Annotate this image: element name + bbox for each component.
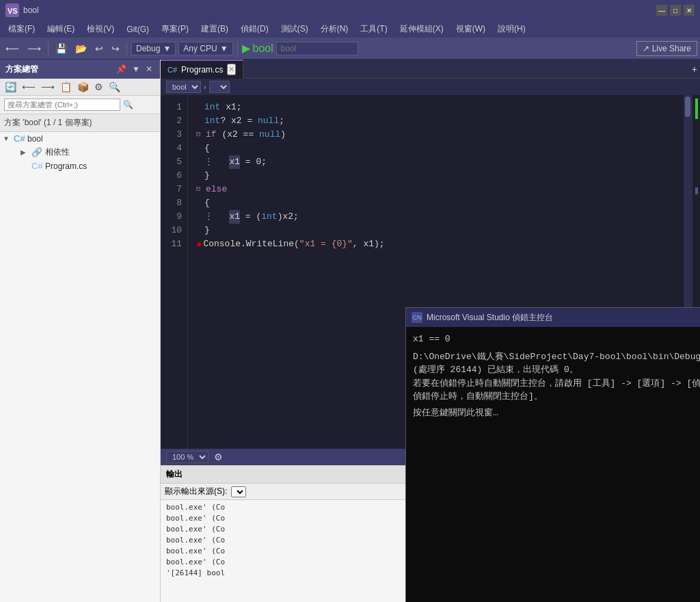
sidebar-header-buttons: 📌 ▼ ✕ (114, 64, 154, 75)
svg-text:VS: VS (8, 7, 18, 15)
tree-label-dependencies: 相依性 (45, 146, 70, 158)
menu-window[interactable]: 視窗(W) (450, 22, 491, 36)
code-line-4: { (196, 142, 675, 155)
line-num-8: 8 (169, 196, 182, 210)
menu-debug[interactable]: 偵錯(D) (235, 22, 274, 36)
breadcrumb-member-select[interactable] (209, 81, 230, 93)
kw-if-3: if (206, 128, 217, 142)
sidebar-back[interactable]: ⟵ (20, 81, 38, 93)
kw-else-7: else (206, 183, 227, 196)
kw-null-2: null (258, 114, 279, 128)
kw-int-9: int (261, 210, 277, 224)
line-num-7: 7 (169, 183, 182, 196)
dependencies-icon: 🔗 (31, 147, 44, 157)
menu-file[interactable]: 檔案(F) (3, 22, 40, 36)
sidebar-pin[interactable]: 📌 (114, 64, 129, 75)
zoom-settings-button[interactable]: ⚙ (211, 450, 226, 464)
window-controls[interactable]: — □ ✕ (656, 5, 695, 16)
line-numbers: 1 2 3 4 5 6 7 8 9 10 11 (161, 95, 188, 449)
tab-close-button[interactable]: ✕ (227, 64, 236, 75)
chevron-right-icon: ▶ (21, 148, 31, 156)
toolbar: ⟵ ⟶ 💾 📂 ↩ ↪ Debug ▼ Any CPU ▼ ▶ bool ↗ L… (0, 38, 700, 60)
tree-item-bool[interactable]: ▼ C# bool (0, 132, 160, 145)
menu-test[interactable]: 測試(S) (275, 22, 314, 36)
highlight-x1-9: x1 (229, 210, 240, 224)
scrollbar-thumb[interactable] (685, 96, 690, 117)
sidebar: 方案總管 📌 ▼ ✕ 🔄 ⟵ ⟶ 📋 📦 ⚙ 🔍 🔍 方案 'bool' (1 … (0, 60, 161, 602)
breadcrumb-separator: › (204, 83, 206, 91)
sidebar-menu[interactable]: ▼ (130, 64, 142, 75)
menu-build[interactable]: 建置(B) (196, 22, 234, 36)
menu-view[interactable]: 檢視(V) (81, 22, 120, 36)
title-bar-left: VS bool (5, 3, 39, 17)
title-bar: VS bool — □ ✕ (0, 0, 700, 21)
code-line-1: int x1; (196, 101, 675, 114)
collapse-icon-3[interactable]: ⊟ (196, 128, 204, 142)
console-content[interactable]: x1 == 0 D:\OneDrive\鐵人賽\SideProject\Day7… (406, 327, 700, 602)
sidebar-title: 方案總管 (5, 64, 38, 75)
tree-label-program-cs: Program.cs (45, 161, 87, 171)
menu-git[interactable]: Git(G) (121, 23, 154, 36)
console-title-text: Microsoft Visual Studio 偵錯主控台 (427, 312, 700, 324)
debug-mode-dropdown[interactable]: Debug ▼ (131, 42, 176, 55)
live-share-label: Live Share (652, 44, 691, 53)
toolbar-search[interactable] (276, 42, 358, 55)
sidebar-header: 方案總管 📌 ▼ ✕ (0, 60, 160, 79)
new-tab-button[interactable]: + (689, 62, 700, 76)
kw-int-2: int (204, 114, 220, 128)
minimize-button[interactable]: — (656, 5, 667, 16)
console-window: CN Microsoft Visual Studio 偵錯主控台 — □ ✕ x… (405, 307, 700, 602)
zoom-select[interactable]: 100 % (166, 451, 208, 463)
sidebar-refresh[interactable]: 🔄 (3, 81, 18, 93)
toolbar-back[interactable]: ⟵ (3, 42, 22, 55)
sidebar-search-input[interactable] (4, 99, 120, 111)
code-line-2: int? x2 = null; (196, 114, 675, 128)
project-icon: C# (14, 133, 26, 144)
separator-2 (126, 42, 127, 55)
line-num-4: 4 (169, 142, 182, 155)
tab-program-cs[interactable]: C# Program.cs ✕ (161, 60, 243, 79)
collapse-icon-7[interactable]: ⊟ (196, 183, 204, 196)
line-num-6: 6 (169, 169, 182, 183)
sidebar-close[interactable]: ✕ (144, 64, 154, 75)
app-title: bool (23, 5, 39, 15)
kw-string-11: "x1 = {0}" (299, 237, 353, 251)
sidebar-collapse[interactable]: 📦 (75, 81, 91, 93)
toolbar-open[interactable]: 📂 (72, 42, 90, 55)
csharp-file-icon: C# (31, 161, 44, 171)
line-num-1: 1 (169, 101, 182, 114)
tree-label-bool: bool (27, 134, 43, 144)
menu-tools[interactable]: 工具(T) (355, 22, 392, 36)
toolbar-save[interactable]: 💾 (53, 42, 70, 55)
menu-help[interactable]: 說明(H) (492, 22, 531, 36)
sidebar-show-all[interactable]: 📋 (58, 81, 74, 93)
breakpoint-icon: ● (196, 237, 202, 251)
menu-analyze[interactable]: 分析(N) (315, 22, 354, 36)
menu-extensions[interactable]: 延伸模組(X) (394, 22, 449, 36)
breadcrumb-type-select[interactable]: bool (166, 81, 201, 93)
highlight-x1-5: x1 (229, 155, 240, 169)
blue-bar-indicator (695, 187, 698, 194)
sidebar-filter[interactable]: 🔍 (107, 81, 122, 93)
output-source-select[interactable] (231, 486, 246, 497)
close-button[interactable]: ✕ (684, 5, 695, 16)
toolbar-undo[interactable]: ↩ (92, 42, 106, 55)
sidebar-settings[interactable]: ⚙ (92, 81, 105, 93)
menu-bar: 檔案(F) 編輯(E) 檢視(V) Git(G) 專案(P) 建置(B) 偵錯(… (0, 21, 700, 38)
console-line-5: 偵錯停止時，自動關閉主控台]。 (413, 390, 700, 404)
live-share-icon: ↗ (643, 44, 649, 53)
menu-edit[interactable]: 編輯(E) (42, 22, 80, 36)
cpu-dropdown[interactable]: Any CPU ▼ (178, 42, 232, 55)
toolbar-forward[interactable]: ⟶ (25, 42, 44, 55)
tree-item-program-cs[interactable]: ▶ C# Program.cs (0, 159, 160, 172)
live-share-button[interactable]: ↗ Live Share (636, 41, 697, 56)
restore-button[interactable]: □ (670, 5, 681, 16)
sidebar-forward[interactable]: ⟶ (39, 81, 57, 93)
chevron-down-icon: ▼ (3, 135, 14, 142)
menu-project[interactable]: 專案(P) (156, 22, 194, 36)
toolbar-redo[interactable]: ↪ (109, 42, 122, 55)
separator-1 (48, 42, 49, 55)
tree-item-dependencies[interactable]: ▶ 🔗 相依性 (0, 145, 160, 159)
run-button[interactable]: ▶ bool (242, 42, 273, 55)
line-num-2: 2 (169, 114, 182, 128)
